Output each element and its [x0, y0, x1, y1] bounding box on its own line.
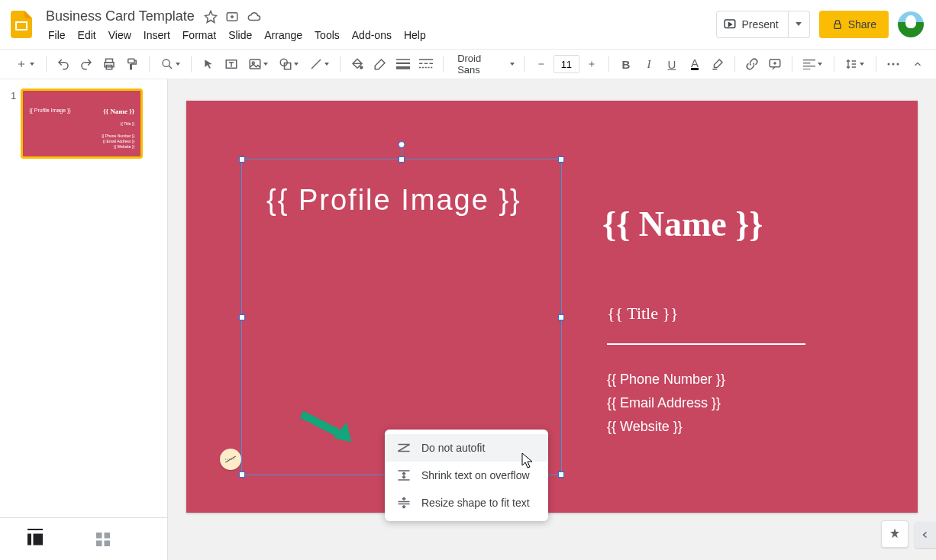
resize-handle-e[interactable]	[558, 314, 564, 320]
redo-button[interactable]	[76, 53, 97, 75]
canvas-area[interactable]: {{ Profile Image }} {{ Name }} {{ Title …	[168, 79, 936, 560]
present-icon	[723, 18, 737, 31]
font-size-decrease[interactable]	[531, 53, 552, 75]
svg-point-33	[887, 63, 889, 66]
print-button[interactable]	[98, 53, 120, 75]
share-button[interactable]: Share	[819, 11, 889, 38]
image-tool[interactable]	[244, 53, 273, 75]
view-switcher	[0, 517, 167, 560]
svg-rect-8	[128, 59, 134, 63]
profile-image-placeholder[interactable]: {{ Profile Image }}	[266, 183, 521, 217]
menu-addons[interactable]: Add-ons	[347, 26, 397, 44]
insert-comment-button[interactable]	[764, 53, 786, 75]
underline-button[interactable]: U	[661, 53, 683, 75]
resize-handle-w[interactable]	[239, 314, 245, 320]
menu-item-resize-shape[interactable]: Resize shape to fit text	[385, 489, 548, 517]
present-dropdown[interactable]	[789, 11, 810, 38]
svg-rect-37	[34, 533, 44, 545]
lock-icon	[831, 18, 844, 31]
collapse-toolbar-button[interactable]	[907, 53, 928, 75]
svg-rect-18	[396, 66, 410, 69]
menu-tools[interactable]: Tools	[309, 26, 345, 44]
zoom-button[interactable]	[156, 53, 185, 75]
resize-handle-sw[interactable]	[239, 471, 245, 478]
rotate-handle[interactable]	[399, 141, 405, 148]
svg-rect-41	[105, 540, 111, 546]
phone-placeholder[interactable]: {{ Phone Number }}	[607, 372, 725, 388]
svg-rect-26	[428, 67, 429, 69]
slide-thumbnail-1[interactable]: {{ Profile Image }} {{ Name }} {{ Title …	[21, 89, 143, 159]
resize-handle-nw[interactable]	[239, 156, 245, 163]
svg-rect-36	[27, 533, 31, 545]
account-avatar[interactable]	[898, 11, 924, 37]
svg-rect-20	[419, 63, 423, 65]
svg-rect-21	[424, 63, 428, 65]
resize-handle-ne[interactable]	[558, 156, 564, 163]
text-color-button[interactable]: A	[684, 53, 705, 75]
show-side-panel-button[interactable]	[915, 522, 936, 548]
toolbar: Droid Sans 11 B I U A	[0, 49, 936, 79]
present-button[interactable]: Present	[716, 11, 788, 38]
email-placeholder[interactable]: {{ Email Address }}	[607, 395, 721, 411]
mouse-cursor-icon	[521, 452, 534, 469]
resize-shape-icon	[397, 497, 411, 509]
border-weight-button[interactable]	[392, 53, 414, 75]
website-placeholder[interactable]: {{ Website }}	[607, 419, 683, 435]
font-size-input[interactable]: 11	[554, 55, 579, 73]
menu-help[interactable]: Help	[399, 26, 431, 44]
autofit-indicator-icon[interactable]	[220, 449, 241, 470]
name-placeholder[interactable]: {{ Name }}	[602, 204, 763, 244]
menu-file[interactable]: File	[43, 26, 71, 44]
slide-canvas[interactable]: {{ Profile Image }} {{ Name }} {{ Title …	[186, 101, 918, 513]
svg-rect-16	[396, 59, 410, 60]
move-icon[interactable]	[225, 10, 239, 24]
paint-format-button[interactable]	[121, 53, 143, 75]
do-not-autofit-icon	[397, 443, 411, 453]
svg-rect-17	[396, 63, 410, 64]
menu-edit[interactable]: Edit	[73, 26, 102, 44]
new-slide-button[interactable]	[11, 53, 40, 75]
star-icon[interactable]	[204, 10, 218, 24]
svg-rect-39	[105, 533, 111, 539]
cloud-status-icon[interactable]	[247, 10, 262, 24]
title-placeholder[interactable]: {{ Title }}	[607, 304, 679, 323]
highlight-color-button[interactable]	[707, 53, 728, 75]
svg-rect-38	[96, 533, 102, 539]
resize-handle-se[interactable]	[558, 471, 564, 478]
slides-logo[interactable]	[6, 6, 37, 43]
select-tool[interactable]	[198, 53, 219, 75]
menu-view[interactable]: View	[103, 26, 137, 44]
textbox-tool[interactable]	[221, 53, 242, 75]
menu-insert[interactable]: Insert	[138, 26, 176, 44]
menu-slide[interactable]: Slide	[223, 26, 257, 44]
insert-link-button[interactable]	[741, 53, 763, 75]
border-color-button[interactable]	[370, 53, 391, 75]
font-size-increase[interactable]	[581, 53, 602, 75]
annotation-arrow-icon	[298, 408, 359, 446]
autofit-context-menu: Do not autofit Shrink text on overflow R…	[385, 430, 548, 521]
align-button[interactable]	[799, 53, 828, 75]
line-tool[interactable]	[305, 53, 334, 75]
menu-bar: File Edit View Insert Format Slide Arran…	[43, 26, 716, 46]
grid-view-button[interactable]	[96, 533, 110, 546]
explore-button[interactable]	[881, 520, 909, 548]
filmstrip-view-button[interactable]	[27, 529, 43, 546]
font-family-select[interactable]: Droid Sans	[450, 53, 518, 76]
document-title[interactable]: Business Card Template	[43, 7, 198, 26]
svg-rect-23	[419, 67, 421, 69]
more-button[interactable]	[883, 53, 904, 75]
resize-handle-n[interactable]	[399, 156, 405, 163]
svg-point-34	[892, 63, 894, 66]
line-spacing-button[interactable]	[841, 53, 870, 75]
shape-tool[interactable]	[274, 53, 303, 75]
italic-button[interactable]: I	[638, 53, 660, 75]
menu-format[interactable]: Format	[177, 26, 221, 44]
svg-rect-22	[430, 63, 434, 65]
svg-rect-14	[285, 63, 291, 69]
svg-rect-40	[96, 540, 102, 546]
border-dash-button[interactable]	[415, 53, 437, 75]
undo-button[interactable]	[53, 53, 74, 75]
bold-button[interactable]: B	[615, 53, 637, 75]
menu-arrange[interactable]: Arrange	[259, 26, 308, 44]
fill-color-button[interactable]	[347, 53, 368, 75]
